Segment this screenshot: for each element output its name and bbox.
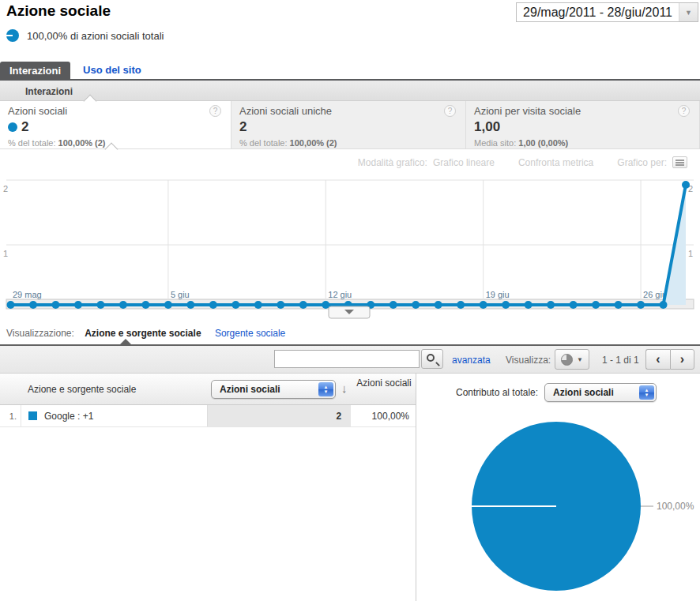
help-icon[interactable]: ? bbox=[678, 105, 690, 117]
display-mode-button[interactable]: ▼ bbox=[555, 349, 589, 370]
table-row[interactable]: 1. Google : +1 2 100,00% bbox=[0, 405, 416, 427]
scorecard-footer-value: 1,00 (0,00%) bbox=[518, 138, 568, 148]
view-switcher-label: Visualizzazione: bbox=[6, 328, 74, 339]
svg-text:29 mag: 29 mag bbox=[13, 290, 42, 299]
row-dimension-value[interactable]: Google : +1 bbox=[44, 411, 93, 422]
advanced-search-link[interactable]: avanzata bbox=[452, 355, 491, 366]
timeline-chart[interactable]: 112229 mag5 giu12 giu19 giu26 giu bbox=[0, 175, 700, 320]
svg-text:12 giu: 12 giu bbox=[328, 290, 352, 299]
dimension-column-header[interactable]: Azione e sorgente sociale bbox=[28, 384, 136, 395]
scorecard-title: Azioni sociali uniche bbox=[239, 105, 457, 117]
view-azione-e-sorgente[interactable]: Azione e sorgente sociale bbox=[85, 328, 201, 339]
svg-text:1: 1 bbox=[3, 249, 8, 258]
pager: ‹ › bbox=[645, 349, 694, 370]
scorecards: Azioni sociali ? 2 % del totale: 100,00%… bbox=[0, 101, 700, 149]
timeline-chart-area: 112229 mag5 giu12 giu19 giu26 giu bbox=[0, 175, 700, 320]
next-page-button[interactable]: › bbox=[670, 349, 694, 370]
svg-text:1: 1 bbox=[688, 249, 693, 258]
scorecard-azioni-sociali-uniche[interactable]: Azioni sociali uniche ? 2 % del totale: … bbox=[231, 101, 466, 148]
scorecard-azioni-per-visita[interactable]: Azioni per visita sociale ? 1,00 Media s… bbox=[466, 101, 700, 148]
chart-mode-value[interactable]: Grafico lineare bbox=[433, 157, 495, 168]
scorecard-footer-label: Media sito: bbox=[474, 138, 516, 148]
percentage-view-icon bbox=[561, 354, 573, 366]
display-mode-label: Visualizza: bbox=[506, 355, 551, 366]
help-icon[interactable]: ? bbox=[444, 105, 456, 117]
scorecard-value: 2 bbox=[239, 119, 247, 135]
svg-text:100,00%: 100,00% bbox=[657, 501, 694, 512]
svg-text:19 giu: 19 giu bbox=[486, 290, 510, 299]
previous-page-button[interactable]: ‹ bbox=[645, 349, 670, 370]
row-metric-value: 2 bbox=[207, 405, 351, 426]
scorecard-title: Azioni sociali bbox=[8, 105, 223, 117]
scorecard-title: Azioni per visita sociale bbox=[474, 105, 691, 117]
view-sorgente-sociale[interactable]: Sorgente sociale bbox=[215, 328, 285, 339]
search-input[interactable] bbox=[274, 350, 420, 368]
table-toolbar: avanzata Visualizza: ▼ 1 - 1 di 1 ‹ › bbox=[0, 346, 700, 374]
sort-descending-icon[interactable]: ↓ bbox=[341, 381, 348, 395]
metric-column-header[interactable]: Azioni sociali bbox=[352, 378, 416, 389]
tab-interazioni[interactable]: Interazioni bbox=[0, 62, 70, 79]
compare-metric-button[interactable]: Confronta metrica bbox=[518, 157, 593, 168]
chevron-down-icon[interactable]: ▼ bbox=[679, 3, 698, 21]
row-index: 1. bbox=[0, 405, 21, 426]
row-dimension-cell: Google : +1 bbox=[21, 405, 208, 426]
help-icon[interactable]: ? bbox=[209, 105, 221, 117]
contribution-panel: Contributo al totale: Azioni sociali ▲▼ … bbox=[416, 374, 699, 601]
search-icon bbox=[427, 354, 435, 362]
series-swatch-icon bbox=[28, 411, 37, 420]
table-header-row: Azione e sorgente sociale Azioni sociali… bbox=[0, 374, 416, 405]
active-view-caret bbox=[120, 339, 131, 344]
report-header: Azione sociale 29/mag/2011 - 28/giu/2011… bbox=[0, 0, 700, 62]
metric-group-label[interactable]: Interazioni bbox=[0, 86, 73, 97]
metric-group-bar: Interazioni bbox=[0, 81, 700, 101]
scorecard-value: 2 bbox=[21, 119, 28, 135]
contribution-pie-chart[interactable]: 100,00% bbox=[416, 374, 699, 601]
row-percent-value: 100,00% bbox=[351, 405, 416, 426]
date-range-selector[interactable]: 29/mag/2011 - 28/giu/2011 ▼ bbox=[516, 2, 698, 22]
graph-by-label: Grafico per: bbox=[617, 157, 667, 168]
search-button[interactable] bbox=[421, 349, 443, 369]
select-stepper-icon: ▲▼ bbox=[318, 382, 333, 396]
scorecard-azioni-sociali[interactable]: Azioni sociali ? 2 % del totale: 100,00%… bbox=[0, 101, 231, 148]
series-legend: 100,00% di azioni sociali totali bbox=[6, 29, 164, 42]
graph-by-day-icon[interactable] bbox=[672, 156, 687, 168]
chart-controls: Modalità grafico: Grafico lineare Confro… bbox=[0, 149, 700, 175]
scorecard-footer-value: 100,00% (2) bbox=[290, 138, 337, 148]
chevron-down-icon: ▼ bbox=[577, 356, 583, 363]
tab-uso-del-sito[interactable]: Uso del sito bbox=[83, 62, 141, 79]
report-tabs: Interazioni Uso del sito bbox=[0, 62, 700, 81]
scorecard-footer-value: 100,00% (2) bbox=[58, 138, 106, 148]
data-table: Azione e sorgente sociale Azioni sociali… bbox=[0, 374, 416, 601]
scorecard-footer-label: % del totale: bbox=[8, 138, 56, 148]
pie-legend-icon bbox=[6, 29, 19, 42]
ga-social-action-report: Azione sociale 29/mag/2011 - 28/giu/2011… bbox=[0, 0, 700, 601]
metric-select-value: Azioni sociali bbox=[220, 384, 280, 395]
svg-text:5 giu: 5 giu bbox=[171, 290, 190, 299]
table-and-pie: Azione e sorgente sociale Azioni sociali… bbox=[0, 374, 700, 601]
chart-mode-label: Modalità grafico: bbox=[358, 157, 427, 168]
series-dot-icon bbox=[8, 122, 17, 132]
view-switcher: Visualizzazione: Azione e sorgente socia… bbox=[0, 320, 700, 346]
scorecard-footer-label: % del totale: bbox=[239, 138, 288, 148]
metric-select[interactable]: Azioni sociali ▲▼ bbox=[211, 380, 336, 399]
page-title: Azione sociale bbox=[6, 2, 111, 20]
date-range-value: 29/mag/2011 - 28/giu/2011 bbox=[517, 6, 679, 20]
svg-text:2: 2 bbox=[3, 184, 8, 193]
legend-text: 100,00% di azioni sociali totali bbox=[27, 30, 164, 42]
pagination-status: 1 - 1 di 1 bbox=[602, 355, 639, 366]
scorecard-value: 1,00 bbox=[474, 119, 500, 135]
